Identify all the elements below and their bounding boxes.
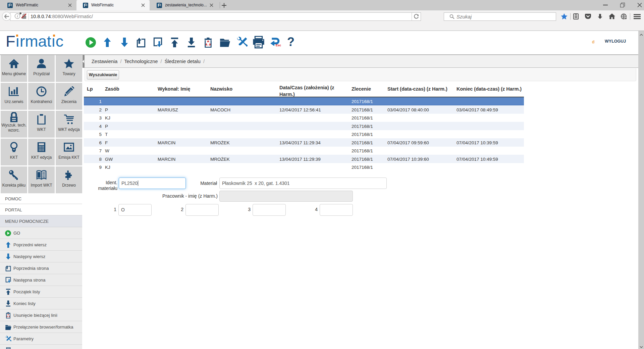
svg-text:?: ? xyxy=(287,37,294,48)
svg-text:Esc: Esc xyxy=(276,44,281,47)
